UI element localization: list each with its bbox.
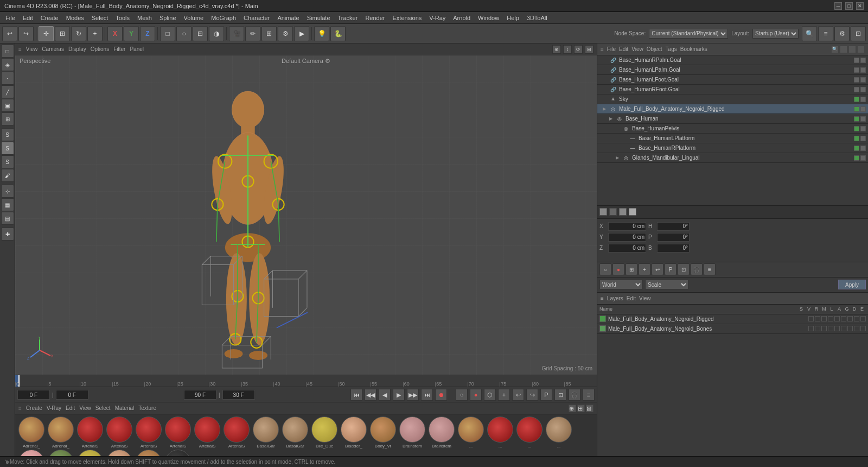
object-dot[interactable] <box>860 58 866 63</box>
object-list-item[interactable]: 🔗Base_HumanRPalm.Goal <box>597 55 868 65</box>
measure-btn[interactable]: ✚ <box>1 228 14 241</box>
play-btn[interactable]: ▶ <box>393 389 405 401</box>
material-item[interactable]: ArterialS <box>76 416 104 449</box>
transform-btn-4[interactable]: + <box>639 263 650 275</box>
camera-view-button[interactable]: ⊟ <box>193 26 208 41</box>
grid2-btn[interactable]: ▤ <box>1 212 14 225</box>
edge-mode-btn[interactable]: ╱ <box>1 85 14 98</box>
display-menu[interactable]: Display <box>68 46 86 52</box>
tex-icon-1[interactable] <box>599 208 607 216</box>
z-position-input[interactable] <box>608 244 646 253</box>
menu-item-tools[interactable]: Tools <box>112 14 133 22</box>
view-menu[interactable]: View <box>26 46 38 52</box>
record-btn[interactable]: ⏺ <box>435 389 447 401</box>
mat-edit-menu[interactable]: Edit <box>66 405 75 411</box>
prev-key-btn[interactable]: ◀◀ <box>365 389 376 401</box>
object-dot[interactable] <box>860 116 866 122</box>
render-settings-button[interactable]: ⚙ <box>278 26 293 41</box>
object-dot[interactable] <box>854 77 859 83</box>
object-dot[interactable] <box>854 136 859 141</box>
layer-icon-s[interactable] <box>808 316 814 321</box>
object-dot[interactable] <box>860 126 866 131</box>
viewport-canvas[interactable]: Perspective Default Camera ⚙ <box>15 55 597 375</box>
material-item[interactable]: Bladder_ <box>340 416 368 449</box>
transform-btn-9[interactable]: ≡ <box>704 263 716 275</box>
object-dot[interactable] <box>854 97 859 102</box>
menu-item-v-ray[interactable]: V-Ray <box>426 14 449 22</box>
grab-btn[interactable]: ⊹ <box>1 185 14 198</box>
menu-item-character[interactable]: Character <box>240 14 273 22</box>
material-item-row2[interactable]: ... <box>457 416 485 449</box>
object-expand-toggle[interactable]: ▶ <box>608 116 614 122</box>
obj-icon-2[interactable] <box>840 46 847 53</box>
menu-item-animate[interactable]: Animate <box>274 14 302 22</box>
object-dot[interactable] <box>854 67 859 73</box>
play-mode-1[interactable]: ○ <box>456 389 468 401</box>
obj-edit-menu[interactable]: Edit <box>619 46 628 52</box>
mode-btn[interactable]: ⊡ <box>554 389 566 401</box>
brush-btn[interactable]: 🖌 <box>1 169 14 182</box>
pen-tool-button[interactable]: ✏ <box>245 26 260 41</box>
vp-icon-1[interactable]: ⊕ <box>552 45 561 54</box>
panel-menu[interactable]: Panel <box>130 46 144 52</box>
obj-file-menu[interactable]: File <box>607 46 616 52</box>
menu-item-mesh[interactable]: Mesh <box>134 14 155 22</box>
maximize-icon[interactable]: ⊡ <box>851 26 866 41</box>
settings-icon[interactable]: ⚙ <box>834 26 850 41</box>
snap-icon[interactable]: 🔍 <box>802 26 817 41</box>
layer-icon-d[interactable] <box>854 316 859 321</box>
python-btn[interactable]: 🐍 <box>330 26 346 41</box>
scale-select[interactable]: Scale <box>645 280 688 289</box>
object-dot[interactable] <box>854 87 859 92</box>
obj-object-menu[interactable]: Object <box>647 46 662 52</box>
layer-icon-e[interactable] <box>860 326 866 331</box>
layers-menu[interactable]: Layers <box>607 295 623 301</box>
object-list-item[interactable]: 🔗Base_HumanRFoot.Goal <box>597 85 868 94</box>
object-dot[interactable] <box>854 155 859 161</box>
menu-item-help[interactable]: Help <box>503 14 522 22</box>
anim-btn[interactable]: + <box>498 389 510 401</box>
object-list-item[interactable]: 🔗Base_HumanLPalm.Goal <box>597 65 868 75</box>
menu-item-mograph[interactable]: MoGraph <box>208 14 239 22</box>
prev-anim-btn[interactable]: ↩ <box>512 389 524 401</box>
material-item[interactable]: ArterialS <box>105 416 133 449</box>
material-item[interactable]: Adrenal_ <box>47 416 75 449</box>
undo-button[interactable]: ↩ <box>2 26 17 41</box>
transform-btn-3[interactable]: ⊞ <box>626 263 637 275</box>
object-dot[interactable] <box>860 67 866 73</box>
material-item[interactable]: ArterialS <box>135 416 163 449</box>
object-expand-toggle[interactable]: ▶ <box>602 106 607 112</box>
layer-icon-a[interactable] <box>841 316 846 321</box>
transform-btn-7[interactable]: ⊡ <box>678 263 690 275</box>
object-list-item[interactable]: —Base_HumanLPlatform <box>597 134 868 143</box>
obj-tags-menu[interactable]: Tags <box>666 46 677 52</box>
minimize-button[interactable]: ─ <box>834 2 842 10</box>
frame-value-input[interactable] <box>56 390 88 400</box>
obj-icon-1[interactable]: 🔍 <box>831 46 839 53</box>
cameras-menu[interactable]: Cameras <box>42 46 64 52</box>
material-item[interactable]: Adrenal_ <box>17 416 46 449</box>
play-mode-2[interactable]: ● <box>470 389 482 401</box>
perspective-button[interactable]: 🎥 <box>229 26 244 41</box>
material-item[interactable]: BasalGar <box>281 416 309 449</box>
model-mode-btn[interactable]: □ <box>1 45 14 58</box>
object-dot[interactable] <box>860 155 866 161</box>
menu-item-render[interactable]: Render <box>362 14 388 22</box>
current-frame-input[interactable] <box>17 390 50 400</box>
y-axis-button[interactable]: Y <box>124 26 139 41</box>
nodespace-select[interactable]: Current (Standard/Physical) <box>649 29 728 39</box>
layer-icon-a[interactable] <box>841 326 846 331</box>
transform-btn-8[interactable]: 🎧 <box>691 263 703 275</box>
mat-texture-menu[interactable]: Texture <box>138 405 156 411</box>
mat-vray-menu[interactable]: V-Ray <box>47 405 61 411</box>
go-end-btn[interactable]: ⏭ <box>421 389 433 401</box>
layer-btn[interactable]: ≡ <box>583 389 595 401</box>
mat-icon-1[interactable]: ⊕ <box>569 405 576 412</box>
menu-item-extensions[interactable]: Extensions <box>389 14 425 22</box>
layer-icon-g[interactable] <box>847 326 853 331</box>
close-button[interactable]: ✕ <box>856 2 864 10</box>
layout-select[interactable]: Startup (User) <box>752 29 799 39</box>
poly-mode-btn[interactable]: ▣ <box>1 99 14 112</box>
object-mgr-button[interactable]: ⊞ <box>261 26 277 41</box>
layer-icon-m[interactable] <box>828 326 833 331</box>
